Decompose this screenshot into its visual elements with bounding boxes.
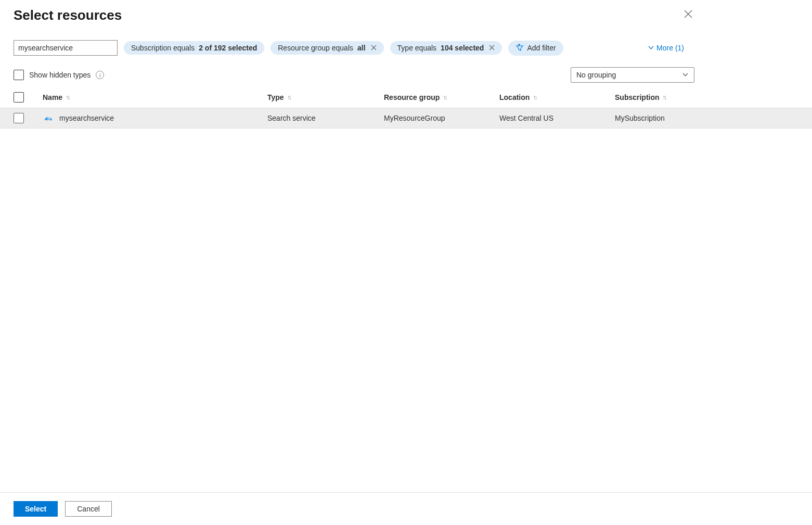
- filter-value: 104 selected: [441, 44, 484, 52]
- select-resources-dialog: Select resources Subscription equals 2 o…: [0, 0, 812, 525]
- column-resource-group[interactable]: Resource group ↑↓: [384, 93, 499, 101]
- dialog-footer: Select Cancel: [0, 492, 812, 525]
- more-filters-link[interactable]: More (1): [648, 44, 684, 52]
- sort-icon: ↑↓: [533, 94, 536, 101]
- checkbox-icon[interactable]: [14, 70, 24, 80]
- chevron-down-icon: [682, 71, 689, 79]
- row-checkbox[interactable]: [14, 113, 24, 123]
- column-label: Location: [499, 93, 530, 101]
- column-name[interactable]: Name ↑↓: [43, 93, 267, 101]
- column-label: Type: [267, 93, 284, 101]
- search-service-icon: [43, 112, 54, 124]
- resource-type: Search service: [267, 114, 384, 122]
- sort-icon: ↑↓: [443, 94, 446, 101]
- options-row: Show hidden types i No grouping: [0, 56, 708, 83]
- search-input[interactable]: [14, 40, 118, 56]
- cancel-button[interactable]: Cancel: [65, 501, 112, 517]
- filter-type[interactable]: Type equals 104 selected: [390, 41, 502, 55]
- column-subscription[interactable]: Subscription ↑↓: [615, 93, 798, 101]
- column-label: Subscription: [615, 93, 660, 101]
- sort-icon: ↑↓: [663, 94, 666, 101]
- resource-group: MyResourceGroup: [384, 114, 499, 122]
- info-icon[interactable]: i: [96, 71, 104, 79]
- table-row[interactable]: mysearchservice Search service MyResourc…: [0, 108, 812, 129]
- resource-location: West Central US: [499, 114, 615, 122]
- remove-filter-icon[interactable]: [371, 44, 377, 52]
- chevron-down-icon: [648, 44, 654, 52]
- dialog-title: Select resources: [14, 7, 122, 23]
- remove-filter-icon[interactable]: [489, 44, 495, 52]
- sort-icon: ↑↓: [287, 94, 290, 101]
- grouping-dropdown[interactable]: No grouping: [571, 67, 694, 83]
- filter-label: Subscription equals: [131, 44, 195, 52]
- resource-subscription: MySubscription: [615, 114, 798, 122]
- add-filter-label: Add filter: [527, 44, 556, 52]
- column-label: Name: [43, 93, 62, 101]
- table-header: Name ↑↓ Type ↑↓ Resource group ↑↓ Locati…: [0, 92, 812, 108]
- column-location[interactable]: Location ↑↓: [499, 93, 615, 101]
- resources-table: Name ↑↓ Type ↑↓ Resource group ↑↓ Locati…: [0, 92, 812, 129]
- resource-name: mysearchservice: [59, 114, 114, 122]
- filter-bar: Subscription equals 2 of 192 selected Re…: [0, 23, 812, 56]
- sort-icon: ↑↓: [66, 94, 69, 101]
- dialog-header: Select resources: [0, 0, 812, 23]
- filter-icon: [515, 43, 524, 53]
- filter-label: Type equals: [397, 44, 437, 52]
- filter-value: 2 of 192 selected: [199, 44, 257, 52]
- show-hidden-types-toggle[interactable]: Show hidden types i: [14, 70, 104, 80]
- column-label: Resource group: [384, 93, 440, 101]
- select-button[interactable]: Select: [14, 501, 58, 517]
- filter-resource-group[interactable]: Resource group equals all: [270, 41, 383, 55]
- filter-value: all: [357, 44, 366, 52]
- select-all-checkbox[interactable]: [14, 92, 24, 103]
- add-filter-button[interactable]: Add filter: [508, 41, 563, 56]
- grouping-value: No grouping: [576, 71, 616, 79]
- close-icon[interactable]: [682, 8, 694, 23]
- filter-label: Resource group equals: [278, 44, 353, 52]
- column-type[interactable]: Type ↑↓: [267, 93, 384, 101]
- show-hidden-label: Show hidden types: [29, 71, 91, 79]
- filter-subscription[interactable]: Subscription equals 2 of 192 selected: [124, 41, 264, 55]
- name-cell: mysearchservice: [43, 112, 267, 124]
- more-label: More (1): [656, 44, 684, 52]
